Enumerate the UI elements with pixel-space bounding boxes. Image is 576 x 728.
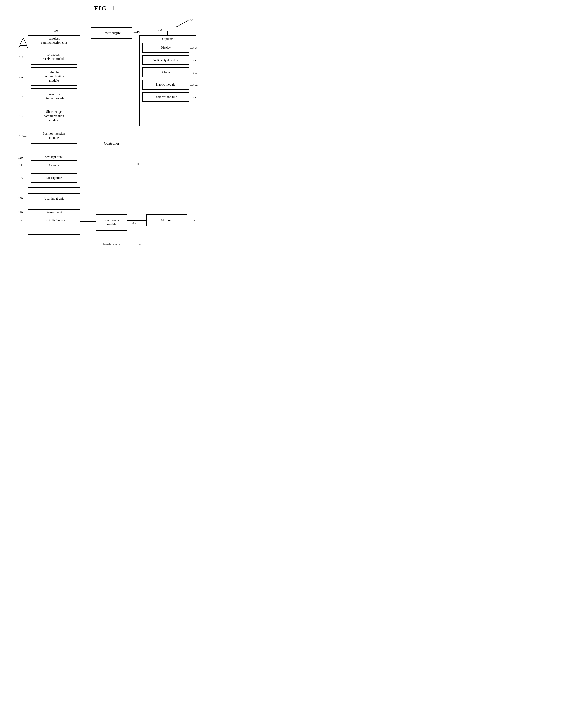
projector-box: Projector module xyxy=(143,92,189,102)
broadcast-box: Broadcastreceiving module xyxy=(31,49,77,65)
vline-110 xyxy=(54,32,54,36)
hline-multimedia-memory xyxy=(127,220,146,221)
wireless-comm-label: Wirelesscommunication unit xyxy=(32,36,76,45)
user-input-box: User input unit xyxy=(28,193,80,204)
label-170: —170 xyxy=(134,243,141,246)
label-153: —153 xyxy=(190,71,198,75)
page-title: FIG. 1 xyxy=(5,5,205,12)
arrow-100 xyxy=(172,19,191,28)
hline-antenna xyxy=(24,49,28,49)
label-160: —160 xyxy=(188,219,196,222)
label-150: 150 xyxy=(158,28,163,32)
mobile-comm-box: Mobilecommunicationmodule xyxy=(31,67,77,86)
output-unit-label: Output unit xyxy=(144,37,192,41)
svg-line-0 xyxy=(177,21,188,27)
label-152: —152 xyxy=(190,59,198,62)
svg-line-3 xyxy=(19,38,23,48)
memory-box: Memory xyxy=(146,215,187,226)
vline-150 xyxy=(167,31,168,36)
multimedia-box: Multimediamodule xyxy=(96,215,127,231)
audio-output-box: Audio output module xyxy=(143,55,189,65)
av-input-label: A/V input unit xyxy=(32,155,76,159)
label-190: —190 xyxy=(134,30,141,34)
label-181: —181 xyxy=(128,221,136,224)
label-154: —154 xyxy=(190,83,198,87)
alarm-box: Alarm xyxy=(143,67,189,77)
display-box: Display xyxy=(143,43,189,53)
camera-box: Camera xyxy=(31,161,77,170)
microphone-box: Microphone xyxy=(31,173,77,183)
hline-ctrl-output xyxy=(133,86,140,87)
haptic-box: Haptic module xyxy=(143,80,189,89)
vline-ctrl-multimedia xyxy=(112,212,112,215)
label-155: —155 xyxy=(190,95,198,99)
wireless-internet-box: WirelessInternet module xyxy=(31,88,77,104)
sensing-unit-label: Sensing unit xyxy=(32,211,76,214)
interface-box: Interface unit xyxy=(91,239,133,250)
short-range-box: Short-rangecommunicationmodule xyxy=(31,107,77,125)
proximity-sensor-box: Proximity Sensor xyxy=(31,216,77,225)
power-supply-box: Power supply xyxy=(91,27,133,39)
label-111: 111— xyxy=(19,55,27,59)
svg-line-4 xyxy=(23,38,28,48)
label-115: 115— xyxy=(19,134,27,138)
label-141: 141— xyxy=(19,219,27,222)
position-location-box: Position-locationmodule xyxy=(31,128,77,144)
label-130: 130— xyxy=(18,197,26,200)
antenna-icon xyxy=(18,36,29,50)
controller-box: Controller xyxy=(91,75,133,212)
label-114: 114— xyxy=(19,114,27,118)
label-112: 112— xyxy=(19,75,27,79)
label-140: 140— xyxy=(18,211,26,214)
label-180: —180 xyxy=(131,162,139,166)
vline-power-controller xyxy=(112,39,112,75)
vline-multimedia-interface xyxy=(112,231,112,239)
label-113: 113— xyxy=(19,95,27,99)
label-121: 121— xyxy=(19,164,27,167)
label-151: —151 xyxy=(190,46,198,50)
label-120: 120— xyxy=(18,156,26,160)
label-122: 122— xyxy=(19,176,27,180)
